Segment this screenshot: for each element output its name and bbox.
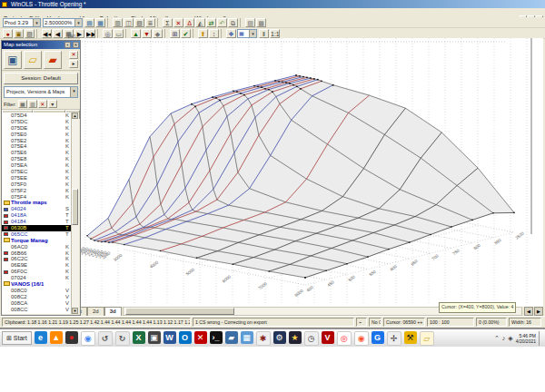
map-row[interactable]: 075E4K <box>2 143 74 150</box>
open-session-icon[interactable]: ▱ <box>24 51 42 69</box>
display-mode-combo[interactable]: ▦▾ <box>237 29 257 38</box>
taskbar-icon-word[interactable]: W <box>164 331 176 344</box>
pause-icon[interactable]: ‖ <box>259 29 269 38</box>
map-row[interactable]: 075E8K <box>2 156 74 162</box>
taskbar-icon-undo-tool[interactable]: ↺ <box>98 331 113 346</box>
prev-map-icon[interactable]: ◀ <box>53 29 63 38</box>
scale-1to1-icon[interactable]: 1:1 <box>270 29 280 38</box>
text-view-icon[interactable]: ≣ <box>145 18 155 27</box>
grid-icon[interactable]: ▥ <box>113 18 123 27</box>
version-combo[interactable]: Prod 3.29▾ <box>3 18 41 27</box>
taskbar-icon-camera-app[interactable]: ● <box>65 331 78 344</box>
taskbar-icon-wrench-app[interactable]: ⚒ <box>404 331 417 344</box>
map-row[interactable]: 008CEV <box>2 313 74 315</box>
origin-icon[interactable]: ❖ <box>226 29 236 38</box>
updown-icon[interactable]: ↕ <box>209 29 219 38</box>
filter-clear-icon[interactable]: ✕ <box>38 100 47 108</box>
map-row[interactable]: 075D4K <box>2 113 74 119</box>
taskbar-icon-close-red[interactable]: ✕ <box>194 331 207 344</box>
save-session-icon[interactable]: ▣ <box>4 51 22 69</box>
tab-3d[interactable]: 3d <box>104 307 122 316</box>
taskbar-icon-chrome[interactable]: ◉ <box>81 331 95 346</box>
map-group-row[interactable]: Torque Manag <box>2 238 74 244</box>
map-list[interactable]: 075D4K075DCK075DEK075E0K075E2K075E4K075E… <box>2 113 74 314</box>
pin-icon[interactable]: ▪ <box>64 42 71 48</box>
copy-map-icon[interactable]: ⧉ <box>228 18 238 27</box>
delta-icon[interactable]: Δ <box>184 18 194 27</box>
hatch-icon[interactable]: ▨ <box>245 18 255 27</box>
map-row[interactable]: 0630BT <box>2 225 74 231</box>
map-row[interactable]: 07024K <box>2 275 74 281</box>
sum-icon[interactable]: Σ <box>163 18 173 27</box>
record-icon[interactable]: ● <box>3 29 13 38</box>
map-3d-view[interactable]: 1980208021802280238024802580268030004000… <box>80 38 543 307</box>
view-2d-icon[interactable]: ▤ <box>84 18 94 27</box>
taskbar-icon-excel[interactable]: X <box>133 331 145 344</box>
chevron-down-icon[interactable]: ▾ <box>70 87 77 97</box>
taskbar-icon-opera[interactable]: ◎ <box>337 331 352 346</box>
map-row[interactable]: 075DCK <box>2 119 74 125</box>
map-row[interactable]: 06C2CK <box>2 256 74 262</box>
map-row[interactable]: 075DEK <box>2 125 74 132</box>
map-row[interactable]: 0418AT <box>2 212 74 219</box>
taskbar-icon-antenna-app[interactable]: ✢ <box>387 331 401 346</box>
filter-maps-icon[interactable]: ▥ <box>28 100 37 108</box>
inc-value-icon[interactable]: ▲ <box>131 29 141 38</box>
surface-chart[interactable]: 1980208021802280238024802580268030004000… <box>80 38 543 307</box>
checker-icon[interactable]: ▩ <box>256 18 266 27</box>
map-row[interactable]: 075EAK <box>2 162 74 169</box>
chevron-down-icon[interactable]: ▾ <box>74 19 82 26</box>
select-icon[interactable]: ▭ <box>114 29 124 38</box>
panel-scrollbar[interactable]: ▲ ▼ <box>71 113 79 314</box>
dec-value-icon[interactable]: ▼ <box>142 29 152 38</box>
map-row[interactable]: 075E2K <box>2 138 74 144</box>
shield-icon[interactable]: ◈ <box>508 335 512 342</box>
taskbar-icon-internet-explorer[interactable]: e <box>35 331 47 344</box>
taskbar-icon-terminal[interactable]: ›_ <box>210 331 223 344</box>
scroll-right-icon[interactable]: ▶ <box>534 307 543 316</box>
tray-chevron-icon[interactable]: ⌃ <box>494 335 500 342</box>
taskbar-icon-controller[interactable]: ▣ <box>148 331 161 344</box>
filter-drop-icon[interactable]: ▾ <box>48 100 57 108</box>
undo-icon[interactable]: ↶ <box>217 18 227 27</box>
chevron-down-icon[interactable]: ▾ <box>249 30 256 37</box>
expand-icon[interactable]: ▸ <box>69 60 78 68</box>
first-map-icon[interactable]: ◀◀ <box>42 29 52 38</box>
map-row[interactable]: 065CCT <box>2 231 74 238</box>
volume-icon[interactable]: ♪ <box>502 335 506 341</box>
abs-icon[interactable]: ◆ <box>153 29 163 38</box>
window-new-icon[interactable]: ⊞ <box>170 29 180 38</box>
zoom-icon[interactable]: ◎ <box>103 29 113 38</box>
map-row[interactable]: 075ECK <box>2 169 74 175</box>
columns-icon[interactable]: ◫ <box>124 18 134 27</box>
map-row[interactable]: 075E0K <box>2 132 74 138</box>
compare-icon[interactable]: ◭ <box>195 18 205 27</box>
map-row[interactable]: 04024S <box>2 206 74 212</box>
panel-title-bar[interactable]: Map selection ▪ ✕ <box>2 41 80 49</box>
scroll-down-icon[interactable]: ▼ <box>72 308 78 314</box>
chevron-down-icon[interactable]: ▾ <box>33 19 40 26</box>
import-icon[interactable]: ⬆ <box>198 29 208 38</box>
title-bar[interactable]: WinOLS - Throttle Opening * <box>0 0 545 8</box>
taskbar-icon-video-app[interactable]: V <box>322 331 334 344</box>
start-button[interactable]: ⊞ Start <box>2 331 32 345</box>
last-map-icon[interactable]: ▶▶ <box>85 29 95 38</box>
taskbar-icon-gears-app[interactable]: ⚙ <box>273 331 286 344</box>
scope-combo[interactable]: Projects, Versions & Maps▾ <box>4 86 78 98</box>
view-3d-icon[interactable]: ▦ <box>95 18 105 27</box>
import-maps-icon[interactable]: ▰ <box>44 51 62 69</box>
taskbar-icon-redo-tool[interactable]: ↻ <box>115 331 130 346</box>
taskbar-icon-files[interactable]: ▰ <box>225 331 238 344</box>
map-row[interactable]: 008C0V <box>2 288 74 294</box>
map-row[interactable]: 04184T <box>2 219 74 225</box>
taskbar-clock[interactable]: 5:46 PM 4/20/2021 <box>516 333 536 344</box>
scrollbar-thumb[interactable] <box>72 189 78 225</box>
map-row[interactable]: 075E6K <box>2 150 74 156</box>
taskbar-icon-outlook[interactable]: O <box>179 331 192 344</box>
multiply-icon[interactable]: ✕ <box>173 18 183 27</box>
filter-all-icon[interactable]: ▦ <box>18 100 27 108</box>
map-group-row[interactable]: VANOS (16/1 <box>2 281 74 288</box>
map-row[interactable]: 075EEK <box>2 175 74 181</box>
map-row[interactable]: 008CCV <box>2 307 74 313</box>
project-open-icon[interactable]: ▣ <box>14 29 24 38</box>
